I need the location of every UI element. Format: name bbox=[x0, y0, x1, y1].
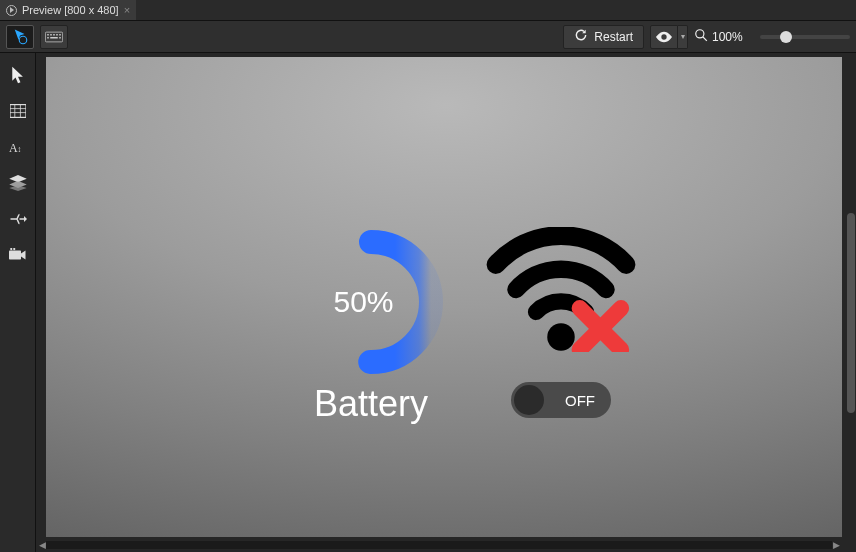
battery-percent-label: 50% bbox=[333, 285, 393, 319]
svg-rect-7 bbox=[47, 37, 49, 39]
svg-rect-9 bbox=[59, 37, 61, 39]
close-tab-icon[interactable]: × bbox=[124, 4, 130, 16]
svg-rect-5 bbox=[56, 34, 58, 36]
touch-cursor-tool[interactable] bbox=[6, 25, 34, 49]
wifi-toggle[interactable]: OFF bbox=[511, 382, 611, 418]
layers-tool-icon[interactable] bbox=[8, 173, 28, 193]
zoom-slider-knob[interactable] bbox=[780, 31, 792, 43]
play-icon bbox=[6, 5, 17, 16]
connector-tool-icon[interactable] bbox=[8, 209, 28, 229]
visibility-button[interactable] bbox=[650, 25, 678, 49]
svg-point-20 bbox=[10, 248, 12, 250]
hscroll-track[interactable] bbox=[46, 541, 832, 549]
svg-rect-8 bbox=[50, 37, 58, 39]
table-tool-icon[interactable] bbox=[8, 101, 28, 121]
svg-point-10 bbox=[696, 30, 704, 38]
battery-gauge: 50% bbox=[296, 227, 446, 377]
vertical-scrollbar[interactable] bbox=[842, 53, 856, 538]
keyboard-tool[interactable] bbox=[40, 25, 68, 49]
wifi-widget: OFF bbox=[476, 227, 646, 418]
svg-rect-4 bbox=[53, 34, 55, 36]
wifi-toggle-knob bbox=[514, 385, 544, 415]
zoom-slider[interactable] bbox=[760, 35, 850, 39]
vertical-scroll-thumb[interactable] bbox=[847, 213, 855, 413]
preview-viewport[interactable]: 50% Battery OFF bbox=[46, 57, 846, 537]
tab-title: Preview [800 x 480] bbox=[22, 4, 119, 16]
wifi-toggle-label: OFF bbox=[565, 392, 595, 409]
svg-line-11 bbox=[703, 37, 707, 41]
battery-widget: 50% Battery bbox=[286, 227, 456, 425]
restart-button[interactable]: Restart bbox=[563, 25, 644, 49]
magnifier-icon bbox=[694, 28, 708, 45]
svg-point-0 bbox=[19, 36, 27, 44]
svg-rect-6 bbox=[59, 34, 61, 36]
svg-rect-2 bbox=[47, 34, 49, 36]
canvas-area: 50% Battery OFF ◀ bbox=[36, 53, 856, 552]
restart-label: Restart bbox=[594, 30, 633, 44]
horizontal-scrollbar[interactable]: ◀ ▶ bbox=[36, 538, 842, 552]
svg-rect-12 bbox=[10, 105, 26, 118]
svg-rect-19 bbox=[9, 251, 21, 260]
svg-rect-3 bbox=[50, 34, 52, 36]
restart-icon bbox=[574, 28, 588, 45]
svg-text:↕: ↕ bbox=[17, 145, 21, 154]
wifi-off-icon bbox=[486, 227, 636, 352]
zoom-control: 100% bbox=[694, 28, 850, 45]
text-tool-icon[interactable]: A↕ bbox=[8, 137, 28, 157]
tab-bar: Preview [800 x 480] × bbox=[0, 0, 856, 21]
svg-point-21 bbox=[13, 248, 15, 250]
left-sidebar: A↕ bbox=[0, 53, 36, 552]
preview-tab[interactable]: Preview [800 x 480] × bbox=[0, 0, 136, 20]
battery-caption: Battery bbox=[286, 383, 456, 425]
visibility-dropdown[interactable]: ▾ bbox=[678, 25, 688, 49]
hscroll-right-arrow[interactable]: ▶ bbox=[830, 538, 842, 552]
zoom-value: 100% bbox=[712, 30, 752, 44]
top-toolbar: Restart ▾ 100% bbox=[0, 21, 856, 53]
svg-point-23 bbox=[547, 323, 575, 351]
pointer-tool-icon[interactable] bbox=[8, 65, 28, 85]
camera-tool-icon[interactable] bbox=[8, 245, 28, 265]
